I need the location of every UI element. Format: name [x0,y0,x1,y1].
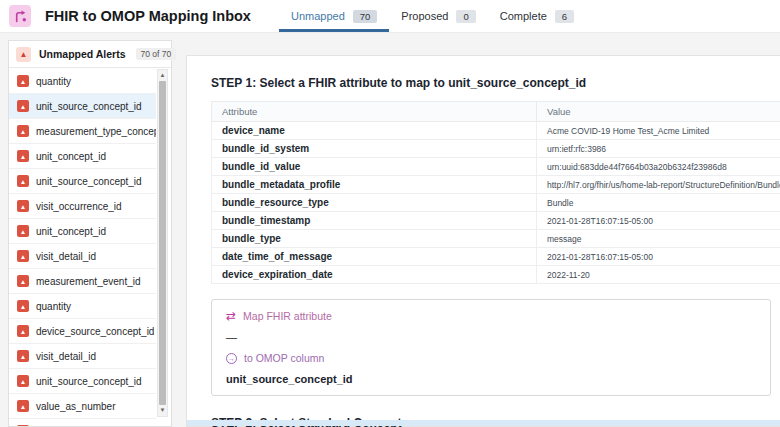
table-row[interactable]: bundle_resource_type Bundle [212,194,780,212]
table-row[interactable]: bundle_metadata_profile http://hl7.org/f… [212,176,780,194]
table-row[interactable]: bundle_type message [212,230,780,248]
warning-icon: ▲ [17,425,29,426]
warning-icon: ▲ [17,325,29,337]
scroll-down-icon[interactable]: ▼ [158,405,167,416]
warning-icon: ▲ [17,350,29,362]
alert-list: ▲ quantity ▲ unit_source_concept_id ▲ me… [9,69,156,426]
step1-heading: STEP 1: Select a FHIR attribute to map t… [211,76,780,90]
alert-list-item[interactable]: ▲ unit_source_concept_id [9,369,156,394]
table-row[interactable]: device_expiration_date 2022-11-20 [212,266,780,284]
alert-list-item[interactable]: ▲ unit_source_concept_id [9,94,156,119]
warning-icon: ▲ [17,275,29,287]
scrollbar-thumb[interactable] [159,81,166,405]
alert-label: quantity [36,76,71,87]
value-cell: urn:ietf:rfc:3986 [537,140,780,158]
alert-label: visit_occurrence_id [36,201,122,212]
attribute-cell: bundle_id_system [212,140,537,158]
header-tab[interactable]: Proposed 0 [389,0,487,32]
alert-label: unit_source_concept_id [36,101,142,112]
warning-icon: ▲ [17,150,29,162]
alert-label: quantity [36,301,71,312]
value-cell: Bundle [537,194,780,212]
attribute-cell: device_expiration_date [212,266,537,284]
value-cell: 2021-01-28T16:07:15-05:00 [537,248,780,266]
alert-label: measurement_event_id [36,276,141,287]
table-row[interactable]: device_name Acme COVID-19 Home Test_Acme… [212,122,780,140]
alert-label: device_source_concept_id [36,326,154,337]
next-section-edge [187,420,780,426]
tab-label: Complete [500,10,547,22]
table-row[interactable]: bundle_id_value urn:uuid:683dde44f7664b0… [212,158,780,176]
table-row[interactable]: bundle_id_system urn:ietf:rfc:3986 [212,140,780,158]
value-cell: http://hl7.org/fhir/us/home-lab-report/S… [537,176,780,194]
warning-icon: ▲ [17,300,29,312]
alert-list-item[interactable]: ▲ visit_occurrence_id [9,194,156,219]
warning-icon: ▲ [17,250,29,262]
alert-label: unit_concept_id [36,151,106,162]
alert-list-item[interactable]: ▲ quantity [9,69,156,94]
header-tab[interactable]: Complete 6 [488,0,586,32]
alert-list-item[interactable]: ▲ visit_detail_id [9,344,156,369]
value-cell: message [537,230,780,248]
warning-icon: ▲ [17,400,29,412]
alert-list-item[interactable]: ▲ unit_concept_id [9,144,156,169]
source-attribute-value: — [226,331,756,343]
attribute-cell: bundle_resource_type [212,194,537,212]
warning-icon: ▲ [17,225,29,237]
alert-label: unit_source_concept_id [36,176,142,187]
sidebar-title: Unmapped Alerts [39,48,126,60]
alert-label: measurement_type_concept_id [36,126,156,137]
alert-list-item[interactable]: ▲ unit_source_concept_id [9,169,156,194]
map-summary-box: ⇄ Map FHIR attribute — → to OMOP column … [211,299,771,396]
warning-icon: ▲ [17,375,29,387]
alert-list-item[interactable]: ▲ visit_detail_id [9,244,156,269]
attribute-cell: device_name [212,122,537,140]
attribute-cell: bundle_timestamp [212,212,537,230]
tab-count-badge: 0 [456,10,475,23]
alert-list-item[interactable]: ▲ measurement_event_id [9,269,156,294]
alert-list-item[interactable]: ▲ unit_concept_id [9,219,156,244]
map-fhir-attribute-label: Map FHIR attribute [243,310,332,322]
warning-icon: ▲ [17,75,29,87]
map-shuffle-icon: ⇄ [226,310,236,322]
warning-icon: ▲ [17,175,29,187]
alert-count-badge: 70 of 70 [136,48,177,60]
alert-list-item[interactable]: ▲ value_as_number [9,394,156,419]
alert-list-item[interactable]: ▲ measurement_type_concept_id [9,119,156,144]
sidebar-header: ▲ Unmapped Alerts 70 of 70 [9,41,171,68]
target-omop-column: unit_source_concept_id [226,373,756,385]
alert-list-item[interactable]: ▲ quantity [9,294,156,319]
alert-label: visit_detail_id [36,351,96,362]
unmapped-alerts-panel: ▲ Unmapped Alerts 70 of 70 ▲ quantity ▲ … [8,40,172,427]
tab-count-badge: 70 [353,10,378,23]
table-row[interactable]: bundle_timestamp 2021-01-28T16:07:15-05:… [212,212,780,230]
value-cell: 2022-11-20 [537,266,780,284]
header-tab[interactable]: Unmapped 70 [279,0,389,32]
value-cell: 2021-01-28T16:07:15-05:00 [537,212,780,230]
warning-icon: ▲ [17,125,29,137]
tab-label: Unmapped [291,10,345,22]
to-omop-column-label: to OMOP column [244,352,324,364]
alert-label: visit_detail_id [36,251,96,262]
column-header-value: Value [537,102,780,122]
fhir-attribute-table: Attribute Value device_name Acme COVID-1… [211,101,780,284]
alert-label: unit_source_concept_id [36,376,142,387]
sidebar-scrollbar[interactable]: ▲ ▼ [157,69,168,417]
mapping-workspace: STEP 1: Select a FHIR attribute to map t… [186,55,780,427]
table-row[interactable]: date_time_of_message 2021-01-28T16:07:15… [212,248,780,266]
attribute-cell: bundle_metadata_profile [212,176,537,194]
column-header-attribute: Attribute [212,102,537,122]
value-cell: Acme COVID-19 Home Test_Acme Limited [537,122,780,140]
scroll-up-icon[interactable]: ▲ [158,70,167,81]
attribute-cell: date_time_of_message [212,248,537,266]
tab-count-badge: 6 [555,10,574,23]
alert-list-item[interactable]: ▲ [9,419,156,426]
attribute-cell: bundle_type [212,230,537,248]
page-title: FHIR to OMOP Mapping Inbox [45,8,251,24]
header-tabs: Unmapped 70 Proposed 0 Complete 6 [279,0,586,32]
alert-list-item[interactable]: ▲ device_source_concept_id [9,319,156,344]
alert-label: value_as_number [36,401,116,412]
to-omop-arrow-icon: → [226,353,237,364]
warning-icon: ▲ [17,100,29,112]
alert-label: unit_concept_id [36,226,106,237]
